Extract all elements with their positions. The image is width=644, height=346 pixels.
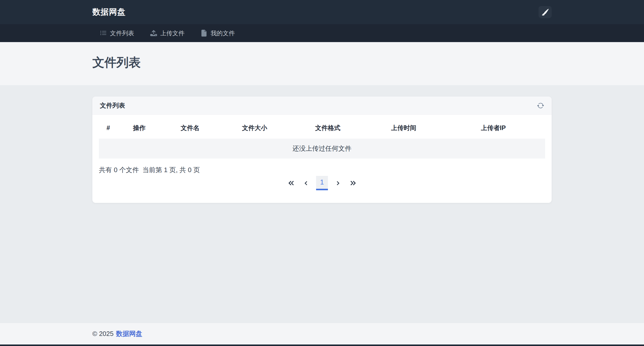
card-body: # 操作 文件名 文件大小 文件格式 上传时间 上传者IP 还没上传过任何文件 …	[92, 115, 552, 203]
footer-brand-link[interactable]: 数据网盘	[116, 330, 142, 337]
page-footer: © 2025数据网盘	[0, 323, 644, 344]
column-header-uploader-ip: 上传者IP	[442, 116, 545, 139]
nav-item-label: 文件列表	[110, 29, 134, 37]
column-header-actions: 操作	[118, 116, 161, 139]
copyright-text: © 2025	[92, 330, 113, 337]
refresh-button[interactable]	[537, 102, 544, 109]
column-header-filesize: 文件大小	[219, 116, 290, 139]
upload-icon	[150, 30, 157, 37]
theme-toggle-button[interactable]	[539, 6, 552, 18]
brand-title[interactable]: 数据网盘	[92, 7, 126, 18]
chevron-double-left-icon	[288, 180, 294, 186]
page-status-text: 当前第 1 页, 共 0 页	[142, 166, 200, 174]
page-title: 文件列表	[92, 55, 552, 70]
first-page-button[interactable]	[286, 176, 296, 190]
pagination: 1	[99, 176, 545, 190]
table-header-row: # 操作 文件名 文件大小 文件格式 上传时间 上传者IP	[99, 116, 545, 139]
nav-item-upload[interactable]: 上传文件	[150, 29, 184, 37]
chevron-double-right-icon	[350, 180, 357, 186]
top-navbar: 数据网盘	[0, 0, 644, 24]
chevron-left-icon	[303, 180, 309, 186]
card-title: 文件列表	[100, 101, 125, 110]
column-header-filename: 文件名	[161, 116, 219, 139]
nav-item-label: 上传文件	[160, 29, 184, 37]
nav-item-file-list[interactable]: 文件列表	[100, 29, 134, 37]
secondary-navbar: 文件列表 上传文件 我的文件	[0, 24, 644, 42]
empty-state-row: 还没上传过任何文件	[99, 139, 545, 159]
previous-page-button[interactable]	[301, 176, 311, 190]
file-table: # 操作 文件名 文件大小 文件格式 上传时间 上传者IP 还没上传过任何文件	[99, 116, 545, 159]
list-icon	[100, 30, 107, 37]
page-button-1[interactable]: 1	[316, 176, 328, 190]
nav-item-label: 我的文件	[211, 29, 235, 37]
column-header-upload-time: 上传时间	[366, 116, 441, 139]
brush-icon	[542, 9, 549, 16]
column-header-index: #	[99, 116, 118, 139]
last-page-button[interactable]	[348, 176, 358, 190]
chevron-right-icon	[335, 180, 341, 186]
refresh-icon	[537, 102, 544, 109]
page-title-section: 文件列表	[0, 42, 644, 85]
main-content: 文件列表 # 操作 文件名 文件大小	[0, 85, 644, 323]
next-page-button[interactable]	[333, 176, 343, 190]
nav-item-my-files[interactable]: 我的文件	[201, 29, 235, 37]
card-header: 文件列表	[92, 97, 552, 115]
file-list-card: 文件列表 # 操作 文件名 文件大小	[92, 97, 552, 203]
empty-state-message: 还没上传过任何文件	[99, 139, 545, 159]
column-header-format: 文件格式	[290, 116, 366, 139]
summary-line: 共有 0 个文件当前第 1 页, 共 0 页	[99, 166, 545, 174]
total-files-text: 共有 0 个文件	[99, 166, 139, 174]
file-icon	[201, 30, 207, 37]
bottom-strip	[0, 344, 644, 346]
